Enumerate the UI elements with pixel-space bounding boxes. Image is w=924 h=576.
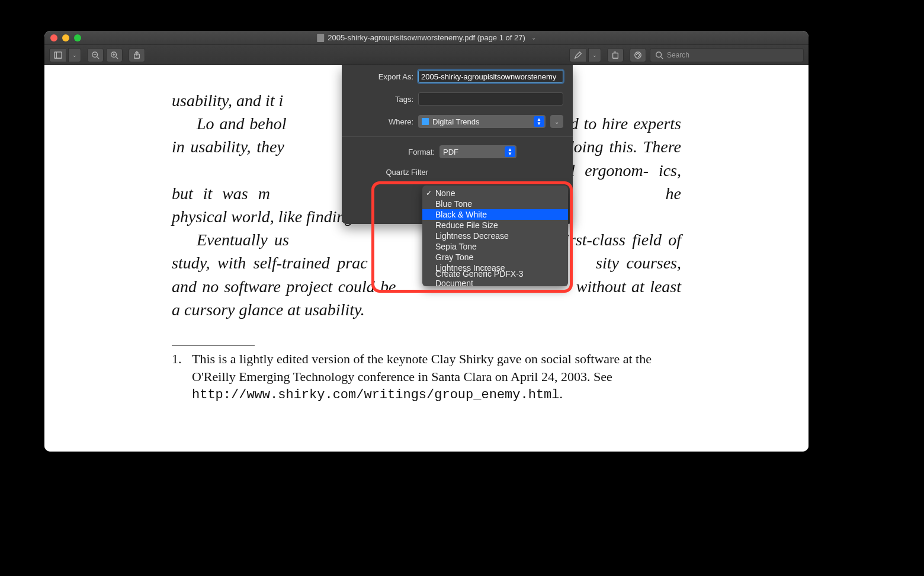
reveal-button[interactable]: ⌄ bbox=[550, 115, 563, 128]
updown-arrows-icon: ▲▼ bbox=[534, 116, 544, 127]
footnote-body: This is a lightly edited version of the … bbox=[192, 351, 652, 384]
where-value: Digital Trends bbox=[432, 117, 479, 126]
search-icon bbox=[655, 51, 663, 59]
svg-line-3 bbox=[97, 56, 100, 59]
zoom-in-icon bbox=[110, 51, 118, 59]
markup-chevron[interactable]: ⌄ bbox=[588, 48, 601, 62]
close-window-button[interactable] bbox=[50, 34, 57, 41]
sidebar-toggle-chevron[interactable]: ⌄ bbox=[68, 48, 81, 62]
window-title-text: 2005-shirky-agroupisitsownworstenemy.pdf… bbox=[328, 33, 525, 42]
chevron-down-icon: ⌄ bbox=[592, 52, 597, 58]
svg-point-12 bbox=[635, 52, 641, 58]
annotate-icon bbox=[634, 51, 642, 59]
rotate-button[interactable] bbox=[607, 48, 624, 62]
share-button[interactable] bbox=[129, 48, 145, 62]
where-label: Where: bbox=[351, 117, 413, 126]
svg-line-14 bbox=[661, 56, 663, 59]
quartz-filter-option[interactable]: Gray Tone bbox=[422, 252, 568, 263]
folder-icon bbox=[422, 118, 429, 125]
zoom-out-icon bbox=[91, 51, 100, 59]
document-icon bbox=[317, 34, 324, 42]
share-icon bbox=[133, 51, 141, 59]
traffic-lights bbox=[44, 34, 81, 41]
tags-label: Tags: bbox=[351, 95, 413, 104]
text-fragment: usability, and it i bbox=[172, 91, 283, 110]
quartz-filter-dropdown: NoneBlue ToneBlack & WhiteReduce File Si… bbox=[422, 185, 568, 286]
footnote: 1. This is a lightly edited version of t… bbox=[172, 350, 681, 404]
svg-rect-11 bbox=[613, 53, 618, 58]
export-as-label: Export As: bbox=[351, 72, 413, 81]
window-title[interactable]: 2005-shirky-agroupisitsownworstenemy.pdf… bbox=[317, 33, 536, 42]
footnote-number: 1. bbox=[172, 350, 184, 404]
format-value: PDF bbox=[443, 148, 458, 156]
svg-point-13 bbox=[656, 52, 662, 57]
sidebar-icon bbox=[54, 51, 62, 59]
titlebar: 2005-shirky-agroupisitsownworstenemy.pdf… bbox=[44, 31, 808, 45]
footnote-text: This is a lightly edited version of the … bbox=[192, 350, 681, 404]
footnote-separator bbox=[172, 345, 255, 345]
svg-rect-0 bbox=[54, 52, 61, 58]
format-label: Format: bbox=[358, 148, 435, 156]
search-field[interactable] bbox=[650, 48, 804, 62]
quartz-filter-label: Quartz Filter bbox=[351, 168, 428, 177]
updown-arrows-icon: ▲▼ bbox=[505, 146, 515, 157]
search-input[interactable] bbox=[667, 51, 798, 59]
rotate-icon bbox=[611, 51, 620, 59]
format-select[interactable]: PDF ▲▼ bbox=[439, 145, 516, 158]
svg-line-6 bbox=[116, 56, 118, 59]
export-as-input[interactable] bbox=[418, 70, 563, 83]
chevron-down-icon: ⌄ bbox=[554, 119, 559, 125]
quartz-filter-option[interactable]: Blue Tone bbox=[422, 199, 568, 209]
zoom-window-button[interactable] bbox=[74, 34, 81, 41]
chevron-down-icon: ⌄ bbox=[531, 34, 536, 41]
edit-button[interactable] bbox=[630, 48, 646, 62]
quartz-filter-option[interactable]: Create Generic PDFX-3 Document bbox=[422, 273, 568, 284]
zoom-in-button[interactable] bbox=[106, 48, 123, 62]
sidebar-toggle-button[interactable] bbox=[49, 48, 66, 62]
where-select[interactable]: Digital Trends ▲▼ bbox=[418, 115, 546, 128]
quartz-filter-option[interactable]: Reduce File Size bbox=[422, 220, 568, 231]
quartz-filter-option[interactable]: Lightness Decrease bbox=[422, 231, 568, 241]
quartz-filter-option[interactable]: Sepia Tone bbox=[422, 241, 568, 252]
zoom-out-button[interactable] bbox=[87, 48, 104, 62]
footnote-dot: . bbox=[560, 386, 563, 401]
quartz-filter-option[interactable]: None bbox=[422, 188, 568, 199]
markup-button[interactable] bbox=[569, 48, 586, 62]
preview-window: 2005-shirky-agroupisitsownworstenemy.pdf… bbox=[44, 31, 808, 452]
text-fragment: Lo and behol bbox=[197, 114, 287, 133]
tags-input[interactable] bbox=[418, 92, 563, 105]
chevron-down-icon: ⌄ bbox=[72, 52, 77, 58]
minimize-window-button[interactable] bbox=[62, 34, 69, 41]
footnote-url: http://www.shirky.com/writings/group_ene… bbox=[192, 388, 560, 402]
pencil-icon bbox=[574, 51, 582, 59]
toolbar: ⌄ ⌄ bbox=[44, 45, 808, 65]
quartz-filter-option[interactable]: Black & White bbox=[422, 209, 568, 220]
text-fragment: Eventually us bbox=[197, 231, 289, 249]
